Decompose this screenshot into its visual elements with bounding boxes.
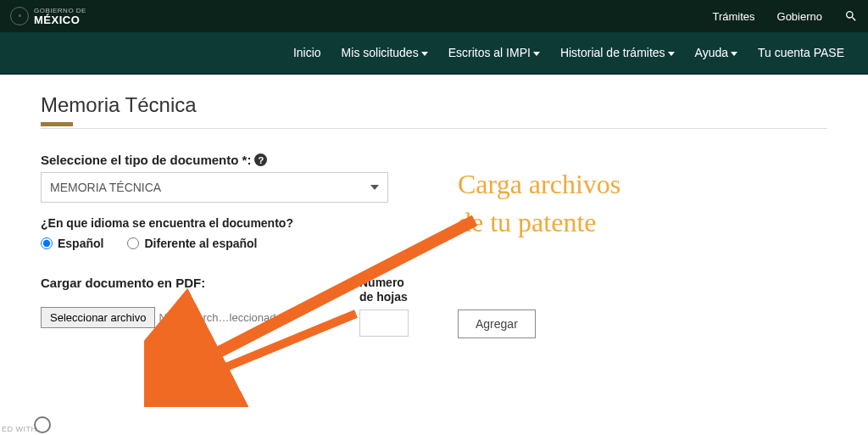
file-status-text: Ningún arch…leccionado	[155, 311, 299, 324]
idioma-radios: Español Diferente al español	[41, 237, 827, 250]
page-title: Memoria Técnica	[41, 93, 827, 117]
tipo-documento-label: Seleccione el tipo de documento *: ?	[41, 153, 827, 167]
numero-hojas-input[interactable]	[359, 310, 409, 337]
nav-inicio[interactable]: Inicio	[293, 46, 321, 59]
radio-diferente-input[interactable]	[127, 237, 139, 249]
mexico-seal-icon: ⚬	[10, 7, 29, 25]
file-input-row: Seleccionar archivo Ningún arch…lecciona…	[41, 307, 346, 328]
brand-title: MÉXICO	[34, 14, 86, 25]
watermark: ED WITH	[2, 425, 37, 433]
chevron-down-icon	[533, 52, 540, 56]
brand: ⚬ GOBIERNO DE MÉXICO	[10, 7, 86, 25]
annotation-line2: de tu patente	[458, 204, 620, 242]
search-icon[interactable]	[844, 9, 858, 23]
nav-cuenta[interactable]: Tu cuenta PASE	[758, 46, 844, 59]
nav-solicitudes[interactable]: Mis solicitudes	[342, 46, 428, 59]
gov-header: ⚬ GOBIERNO DE MÉXICO Trámites Gobierno	[0, 0, 868, 32]
chevron-down-icon	[421, 52, 428, 56]
help-icon[interactable]: ?	[254, 153, 267, 166]
cc-icon	[34, 416, 51, 433]
radio-diferente[interactable]: Diferente al español	[127, 237, 257, 250]
radio-espanol[interactable]: Español	[41, 237, 103, 250]
tipo-documento-select[interactable]: MEMORIA TÉCNICA	[41, 172, 388, 203]
radio-espanol-input[interactable]	[41, 237, 53, 249]
content: Memoria Técnica Seleccione el tipo de do…	[0, 75, 868, 338]
nav-escritos[interactable]: Escritos al IMPI	[448, 46, 540, 59]
agregar-button[interactable]: Agregar	[458, 310, 536, 338]
seleccionar-archivo-button[interactable]: Seleccionar archivo	[41, 307, 155, 328]
cargar-label: Cargar documento en PDF:	[41, 276, 346, 290]
title-underline	[41, 122, 73, 126]
link-gobierno[interactable]: Gobierno	[777, 10, 822, 23]
select-value: MEMORIA TÉCNICA	[50, 181, 161, 194]
annotation-line1: Carga archivos	[458, 165, 620, 204]
link-tramites[interactable]: Trámites	[712, 10, 754, 23]
nav-ayuda[interactable]: Ayuda	[695, 46, 737, 59]
idioma-label: ¿En que idioma se encuentra el documento…	[41, 216, 827, 230]
top-links: Trámites Gobierno	[712, 9, 858, 23]
nav-historial[interactable]: Historial de trámites	[560, 46, 675, 59]
numero-hojas-label: Número de hojas	[359, 276, 419, 304]
divider	[41, 128, 827, 129]
annotation-callout: Carga archivos de tu patente	[458, 165, 620, 242]
chevron-down-icon	[668, 52, 675, 56]
main-nav: Inicio Mis solicitudes Escritos al IMPI …	[0, 32, 868, 75]
chevron-down-icon	[731, 52, 737, 56]
chevron-down-icon	[370, 185, 379, 190]
